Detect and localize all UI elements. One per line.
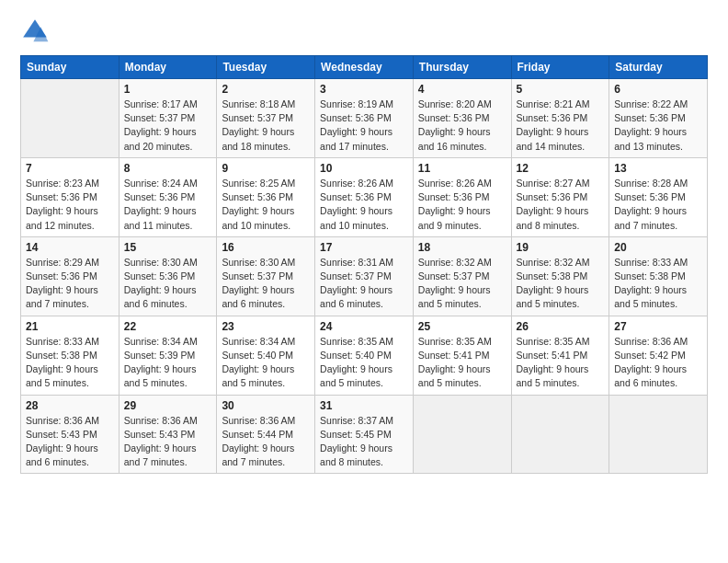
day-info: Sunrise: 8:29 AM Sunset: 5:36 PM Dayligh…	[26, 256, 114, 312]
calendar-cell: 27Sunrise: 8:36 AM Sunset: 5:42 PM Dayli…	[609, 316, 708, 395]
day-number: 20	[614, 241, 702, 254]
day-info: Sunrise: 8:17 AM Sunset: 5:37 PM Dayligh…	[124, 98, 212, 154]
calendar-cell: 6Sunrise: 8:22 AM Sunset: 5:36 PM Daylig…	[609, 79, 708, 158]
day-number: 11	[418, 162, 506, 175]
day-info: Sunrise: 8:31 AM Sunset: 5:37 PM Dayligh…	[320, 256, 408, 312]
day-number: 17	[320, 241, 408, 254]
day-number: 12	[517, 162, 605, 175]
calendar-cell: 16Sunrise: 8:30 AM Sunset: 5:37 PM Dayli…	[217, 236, 315, 316]
day-info: Sunrise: 8:35 AM Sunset: 5:41 PM Dayligh…	[517, 335, 605, 391]
calendar-cell: 18Sunrise: 8:32 AM Sunset: 5:37 PM Dayli…	[413, 236, 511, 316]
calendar-body: 1Sunrise: 8:17 AM Sunset: 5:37 PM Daylig…	[21, 79, 708, 474]
calendar-cell: 25Sunrise: 8:35 AM Sunset: 5:41 PM Dayli…	[413, 316, 511, 395]
day-info: Sunrise: 8:32 AM Sunset: 5:38 PM Dayligh…	[517, 256, 605, 312]
calendar-cell: 14Sunrise: 8:29 AM Sunset: 5:36 PM Dayli…	[21, 236, 119, 316]
calendar-cell: 20Sunrise: 8:33 AM Sunset: 5:38 PM Dayli…	[609, 236, 708, 316]
weekday-header: Tuesday	[217, 56, 315, 79]
day-info: Sunrise: 8:36 AM Sunset: 5:44 PM Dayligh…	[222, 414, 310, 470]
calendar-cell	[609, 395, 708, 474]
day-info: Sunrise: 8:30 AM Sunset: 5:37 PM Dayligh…	[222, 256, 310, 312]
day-number: 18	[418, 241, 506, 254]
weekday-header: Friday	[511, 56, 609, 79]
calendar: SundayMondayTuesdayWednesdayThursdayFrid…	[20, 55, 708, 474]
day-number: 1	[124, 83, 212, 96]
day-number: 16	[222, 241, 310, 254]
day-info: Sunrise: 8:35 AM Sunset: 5:40 PM Dayligh…	[320, 335, 408, 391]
calendar-header: SundayMondayTuesdayWednesdayThursdayFrid…	[21, 56, 708, 79]
day-info: Sunrise: 8:23 AM Sunset: 5:36 PM Dayligh…	[26, 177, 114, 233]
day-number: 28	[26, 399, 114, 412]
day-number: 5	[517, 83, 605, 96]
logo-icon	[20, 17, 50, 46]
day-info: Sunrise: 8:24 AM Sunset: 5:36 PM Dayligh…	[124, 177, 212, 233]
day-info: Sunrise: 8:25 AM Sunset: 5:36 PM Dayligh…	[222, 177, 310, 233]
day-number: 3	[320, 83, 408, 96]
calendar-cell: 21Sunrise: 8:33 AM Sunset: 5:38 PM Dayli…	[21, 316, 119, 395]
calendar-cell: 3Sunrise: 8:19 AM Sunset: 5:36 PM Daylig…	[315, 79, 414, 158]
weekday-header: Saturday	[609, 56, 708, 79]
calendar-cell: 30Sunrise: 8:36 AM Sunset: 5:44 PM Dayli…	[217, 395, 315, 474]
day-info: Sunrise: 8:34 AM Sunset: 5:39 PM Dayligh…	[124, 335, 212, 391]
calendar-cell: 19Sunrise: 8:32 AM Sunset: 5:38 PM Dayli…	[511, 236, 609, 316]
calendar-cell: 29Sunrise: 8:36 AM Sunset: 5:43 PM Dayli…	[119, 395, 217, 474]
day-number: 29	[124, 399, 212, 412]
day-info: Sunrise: 8:36 AM Sunset: 5:42 PM Dayligh…	[614, 335, 702, 391]
calendar-week: 1Sunrise: 8:17 AM Sunset: 5:37 PM Daylig…	[21, 79, 708, 158]
day-info: Sunrise: 8:33 AM Sunset: 5:38 PM Dayligh…	[614, 256, 702, 312]
calendar-cell: 10Sunrise: 8:26 AM Sunset: 5:36 PM Dayli…	[315, 157, 414, 236]
day-info: Sunrise: 8:28 AM Sunset: 5:36 PM Dayligh…	[614, 177, 702, 233]
day-info: Sunrise: 8:26 AM Sunset: 5:36 PM Dayligh…	[418, 177, 506, 233]
day-number: 22	[124, 320, 212, 333]
weekday-header: Sunday	[21, 56, 119, 79]
calendar-cell: 4Sunrise: 8:20 AM Sunset: 5:36 PM Daylig…	[413, 79, 511, 158]
day-number: 19	[517, 241, 605, 254]
calendar-cell: 1Sunrise: 8:17 AM Sunset: 5:37 PM Daylig…	[119, 79, 217, 158]
calendar-cell: 8Sunrise: 8:24 AM Sunset: 5:36 PM Daylig…	[119, 157, 217, 236]
day-number: 26	[517, 320, 605, 333]
day-number: 27	[614, 320, 702, 333]
day-number: 31	[320, 399, 408, 412]
day-info: Sunrise: 8:30 AM Sunset: 5:36 PM Dayligh…	[124, 256, 212, 312]
calendar-cell: 9Sunrise: 8:25 AM Sunset: 5:36 PM Daylig…	[217, 157, 315, 236]
day-info: Sunrise: 8:32 AM Sunset: 5:37 PM Dayligh…	[418, 256, 506, 312]
calendar-cell: 7Sunrise: 8:23 AM Sunset: 5:36 PM Daylig…	[21, 157, 119, 236]
calendar-cell: 31Sunrise: 8:37 AM Sunset: 5:45 PM Dayli…	[315, 395, 414, 474]
day-number: 15	[124, 241, 212, 254]
day-info: Sunrise: 8:22 AM Sunset: 5:36 PM Dayligh…	[614, 98, 702, 154]
day-info: Sunrise: 8:21 AM Sunset: 5:36 PM Dayligh…	[517, 98, 605, 154]
day-info: Sunrise: 8:19 AM Sunset: 5:36 PM Dayligh…	[320, 98, 408, 154]
day-info: Sunrise: 8:34 AM Sunset: 5:40 PM Dayligh…	[222, 335, 310, 391]
day-number: 23	[222, 320, 310, 333]
calendar-cell: 28Sunrise: 8:36 AM Sunset: 5:43 PM Dayli…	[21, 395, 119, 474]
calendar-week: 14Sunrise: 8:29 AM Sunset: 5:36 PM Dayli…	[21, 236, 708, 316]
header	[20, 17, 708, 46]
weekday-header: Monday	[119, 56, 217, 79]
day-number: 9	[222, 162, 310, 175]
day-number: 25	[418, 320, 506, 333]
day-info: Sunrise: 8:36 AM Sunset: 5:43 PM Dayligh…	[124, 414, 212, 470]
day-number: 6	[614, 83, 702, 96]
calendar-cell: 22Sunrise: 8:34 AM Sunset: 5:39 PM Dayli…	[119, 316, 217, 395]
day-number: 24	[320, 320, 408, 333]
calendar-cell: 11Sunrise: 8:26 AM Sunset: 5:36 PM Dayli…	[413, 157, 511, 236]
calendar-cell: 13Sunrise: 8:28 AM Sunset: 5:36 PM Dayli…	[609, 157, 708, 236]
calendar-cell: 5Sunrise: 8:21 AM Sunset: 5:36 PM Daylig…	[511, 79, 609, 158]
day-number: 10	[320, 162, 408, 175]
day-info: Sunrise: 8:37 AM Sunset: 5:45 PM Dayligh…	[320, 414, 408, 470]
day-number: 13	[614, 162, 702, 175]
weekday-header: Wednesday	[315, 56, 414, 79]
calendar-cell	[413, 395, 511, 474]
day-info: Sunrise: 8:18 AM Sunset: 5:37 PM Dayligh…	[222, 98, 310, 154]
logo	[20, 17, 53, 46]
day-number: 7	[26, 162, 114, 175]
weekday-header: Thursday	[413, 56, 511, 79]
calendar-cell: 23Sunrise: 8:34 AM Sunset: 5:40 PM Dayli…	[217, 316, 315, 395]
day-number: 2	[222, 83, 310, 96]
calendar-cell	[21, 79, 119, 158]
day-number: 4	[418, 83, 506, 96]
day-info: Sunrise: 8:33 AM Sunset: 5:38 PM Dayligh…	[26, 335, 114, 391]
day-number: 30	[222, 399, 310, 412]
day-info: Sunrise: 8:26 AM Sunset: 5:36 PM Dayligh…	[320, 177, 408, 233]
calendar-week: 21Sunrise: 8:33 AM Sunset: 5:38 PM Dayli…	[21, 316, 708, 395]
day-info: Sunrise: 8:27 AM Sunset: 5:36 PM Dayligh…	[517, 177, 605, 233]
